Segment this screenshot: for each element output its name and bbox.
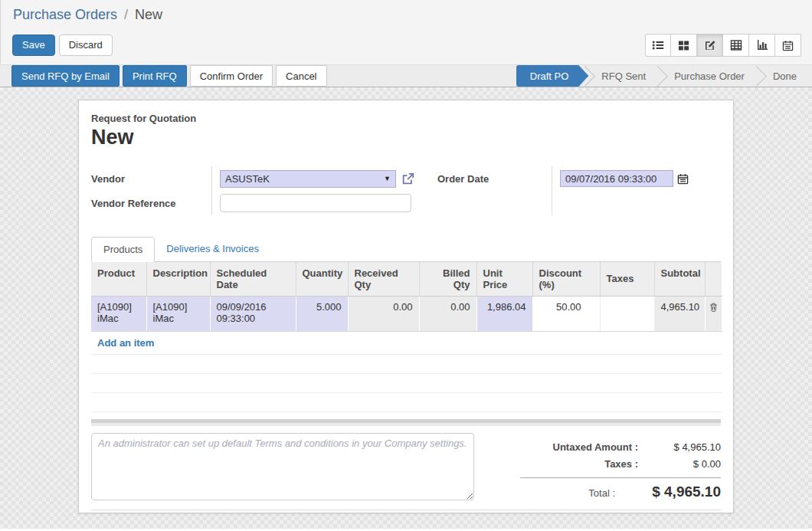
dropdown-arrow-icon: ▼: [384, 175, 391, 182]
page-title: New: [91, 126, 721, 149]
status-step-purchase-order[interactable]: Purchase Order: [659, 65, 760, 87]
cell-description[interactable]: [A1090] iMac: [146, 297, 210, 332]
notebook-tabs: Products Deliveries & Invoices: [91, 237, 721, 262]
save-button[interactable]: Save: [12, 34, 55, 56]
order-date-label: Order Date: [437, 166, 544, 191]
col-header-received-qty[interactable]: Received Qty: [348, 262, 419, 297]
taxes-label: Taxes :: [520, 456, 652, 473]
vendor-reference-input[interactable]: [220, 194, 411, 212]
bottom-zone: Untaxed Amount : $ 4,965.10 Taxes : $ 0.…: [91, 433, 721, 502]
print-rfq-button[interactable]: Print RFQ: [123, 65, 187, 87]
col-header-actions: [705, 262, 722, 297]
kanban-view-icon[interactable]: [671, 34, 697, 57]
cell-actions: [705, 297, 722, 332]
vendor-select-value: ASUSTeK: [225, 173, 384, 185]
cell-billed-qty: 0.00: [419, 297, 476, 332]
trash-icon[interactable]: [707, 301, 720, 313]
col-header-description[interactable]: Description: [146, 262, 210, 297]
untaxed-amount-value: $ 4,965.10: [652, 439, 721, 456]
breadcrumb-parent-link[interactable]: Purchase Orders: [13, 7, 117, 22]
untaxed-amount-label: Untaxed Amount :: [520, 439, 652, 456]
breadcrumb: Purchase Orders / New: [1, 0, 812, 26]
col-header-discount[interactable]: Discount (%): [532, 262, 600, 297]
breadcrumb-separator: /: [121, 7, 131, 22]
cell-unit-price[interactable]: 1,986.04: [476, 297, 532, 332]
cell-taxes[interactable]: [600, 297, 654, 332]
pivot-view-icon[interactable]: [723, 34, 749, 57]
empty-list-row: [91, 374, 722, 393]
tab-deliveries-invoices[interactable]: Deliveries & Invoices: [155, 237, 270, 262]
view-switcher: [645, 34, 801, 57]
confirm-order-button[interactable]: Confirm Order: [190, 65, 273, 87]
status-step-done[interactable]: Done: [758, 65, 812, 87]
vendor-select[interactable]: ASUSTeK ▼: [220, 170, 396, 188]
vendor-reference-label: Vendor Reference: [91, 191, 204, 215]
total-value: $ 4,965.10: [629, 483, 721, 500]
empty-list-row: [91, 355, 722, 374]
top-header: Purchase Orders / New Save Discard: [0, 0, 812, 64]
col-header-taxes[interactable]: Taxes: [600, 262, 654, 297]
add-item-row: Add an item: [91, 332, 722, 355]
graph-view-icon[interactable]: [749, 34, 775, 57]
taxes-value: $ 0.00: [652, 456, 721, 473]
vendor-label: Vendor: [91, 166, 204, 191]
col-header-product[interactable]: Product: [91, 262, 146, 297]
form-fields: Vendor Vendor Reference ASUSTeK ▼: [91, 166, 721, 215]
discard-button[interactable]: Discard: [59, 34, 113, 56]
cell-scheduled-date[interactable]: 09/09/2016 09:33:00: [210, 297, 296, 332]
calendar-icon[interactable]: [677, 173, 689, 185]
totals-panel: Untaxed Amount : $ 4,965.10 Taxes : $ 0.…: [520, 433, 721, 502]
order-line-row[interactable]: [A1090] iMac [A1090] iMac 09/09/2016 09:…: [91, 297, 722, 332]
order-lines-table: Product Description Scheduled Date Quant…: [91, 262, 722, 412]
col-header-subtotal[interactable]: Subtotal: [654, 262, 705, 297]
table-header-row: Product Description Scheduled Date Quant…: [91, 262, 722, 297]
cell-quantity[interactable]: 5.000: [296, 297, 348, 332]
sheet-footer-line: [91, 510, 721, 510]
add-an-item-link[interactable]: Add an item: [97, 337, 154, 349]
total-label: Total :: [520, 485, 629, 502]
col-header-quantity[interactable]: Quantity: [296, 262, 348, 297]
group-separator: [91, 419, 721, 426]
toolbar: Save Discard: [1, 26, 812, 64]
external-link-icon[interactable]: [401, 172, 414, 185]
form-view-icon[interactable]: [697, 34, 723, 57]
cancel-button[interactable]: Cancel: [276, 65, 326, 87]
calendar-view-icon[interactable]: [775, 34, 801, 57]
cell-discount[interactable]: 50.00: [532, 297, 600, 332]
cell-product[interactable]: [A1090] iMac: [91, 297, 146, 332]
send-rfq-button[interactable]: Send RFQ by Email: [11, 65, 120, 87]
col-header-scheduled-date[interactable]: Scheduled Date: [210, 262, 296, 297]
col-header-unit-price[interactable]: Unit Price: [476, 262, 532, 297]
cell-received-qty: 0.00: [348, 297, 419, 332]
statusbar: Draft PO RFQ Sent Purchase Order Done: [516, 65, 812, 87]
content-area: Request for Quotation New Vendor Vendor …: [0, 87, 812, 529]
col-header-billed-qty[interactable]: Billed Qty: [419, 262, 476, 297]
cell-subtotal: 4,965.10: [654, 297, 705, 332]
tab-products[interactable]: Products: [91, 237, 155, 262]
sheet-subtitle: Request for Quotation: [91, 113, 721, 124]
breadcrumb-current: New: [135, 7, 162, 22]
terms-conditions-textarea[interactable]: [91, 433, 474, 500]
action-buttons: Send RFQ by Email Print RFQ Confirm Orde…: [0, 65, 330, 87]
list-view-icon[interactable]: [645, 34, 671, 57]
order-date-input[interactable]: [560, 170, 673, 187]
empty-list-row: [91, 393, 722, 412]
form-sheet: Request for Quotation New Vendor Vendor …: [78, 100, 734, 513]
control-strip: Send RFQ by Email Print RFQ Confirm Orde…: [0, 64, 812, 87]
